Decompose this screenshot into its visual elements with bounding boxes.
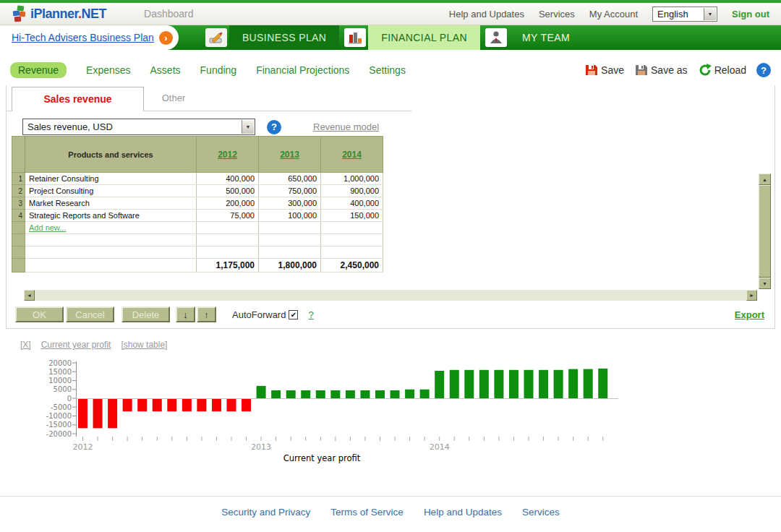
language-select[interactable]: English ▼ [652,7,717,22]
header-link-my-account[interactable]: My Account [589,9,638,20]
autoforward-label: AutoForward [232,309,286,320]
product-name-cell[interactable]: Market Research [25,197,197,210]
tab-my-team-label: MY TEAM [509,25,583,50]
value-cell[interactable]: 75,000 [197,210,259,222]
menu-item-settings[interactable]: Settings [369,64,406,76]
menu-item-revenue[interactable]: Revenue [10,62,67,78]
row-number-cell: 3 [12,197,25,210]
tab-business-plan[interactable]: BUSINESS PLAN [203,25,339,50]
model-help-icon[interactable]: ? [267,120,281,134]
add-new-link[interactable]: Add new... [29,223,66,232]
ok-button[interactable]: OK [15,306,64,322]
header-link-help-and-updates[interactable]: Help and Updates [449,9,524,20]
dashboard-link[interactable]: Dashboard [144,8,194,20]
value-cell[interactable] [197,234,259,246]
chevron-down-icon[interactable]: ▼ [704,8,716,20]
value-cell[interactable] [197,246,259,259]
product-name-cell[interactable]: Project Consulting [25,185,197,197]
move-up-button[interactable]: ↑ [197,306,216,322]
plan-arrow-icon[interactable]: › [159,31,173,45]
product-name-cell[interactable]: Retainer Consulting [25,173,197,185]
chart-title-link[interactable]: Current year profit [41,340,111,350]
value-cell[interactable]: 650,000 [259,173,321,185]
year-link-2014[interactable]: 2014 [342,150,362,160]
scroll-up-icon[interactable]: ▲ [759,173,771,185]
help-icon[interactable]: ? [756,63,771,77]
vertical-scrollbar[interactable]: ▲ ▼ [759,173,771,289]
value-cell[interactable]: 100,000 [259,210,321,222]
chart-bar [390,390,400,398]
export-link[interactable]: Export [735,309,764,320]
scroll-right-icon[interactable]: ► [746,290,757,301]
menu-item-assets[interactable]: Assets [150,64,181,76]
menu-item-funding[interactable]: Funding [200,64,237,76]
move-down-button[interactable]: ↓ [176,306,195,322]
menu-item-financial-projections[interactable]: Financial Projections [256,64,349,76]
footer-link-help-and-updates[interactable]: Help and Updates [424,507,502,518]
tab-financial-plan[interactable]: FINANCIAL PLAN [342,25,480,50]
sign-out-link[interactable]: Sign out [732,9,769,20]
vertical-scroll-thumb[interactable] [759,185,771,278]
product-name-cell[interactable] [25,259,197,273]
iplanner-logo[interactable]: iPlanner.NET [12,5,106,22]
chart-show-table-link[interactable]: [show table] [121,340,167,350]
save-as-button[interactable]: Save as [634,63,688,77]
value-cell[interactable]: 200,000 [197,197,259,210]
autoforward-help-link[interactable]: ? [308,309,313,320]
footer-link-security-and-privacy[interactable]: Security and Privacy [221,507,310,518]
chart-bar [435,371,444,398]
menu-item-expenses[interactable]: Expenses [86,64,130,76]
horizontal-scrollbar[interactable]: ◄ ► [24,290,757,301]
reload-button[interactable]: Reload [698,63,746,77]
chevron-down-icon[interactable]: ▼ [242,120,254,134]
value-cell[interactable] [197,222,259,234]
value-cell[interactable]: 400,000 [197,173,259,185]
value-cell[interactable]: 2,450,000 [321,259,383,273]
tab-my-team[interactable]: MY TEAM [483,25,583,50]
year-link-2013[interactable]: 2013 [280,150,299,160]
cancel-button[interactable]: Cancel [66,306,114,322]
value-cell[interactable]: 900,000 [321,185,383,197]
product-name-cell[interactable] [25,234,197,246]
chart-bar [330,390,340,398]
value-cell[interactable]: 1,175,000 [197,259,259,273]
chart-bar [554,370,563,398]
value-cell[interactable] [321,246,383,259]
chart-bar [123,399,132,411]
value-cell[interactable] [321,234,383,246]
product-name-cell[interactable] [25,246,197,259]
product-name-cell[interactable]: Strategic Reports and Software [25,210,197,222]
plan-name-link[interactable]: Hi-Tech Advisers Business Plan [12,32,154,43]
revenue-model-select[interactable]: Sales revenue, USD ▼ [22,119,255,135]
value-cell[interactable]: 150,000 [321,210,383,222]
chart-bar [464,370,474,398]
footer-link-terms-of-service[interactable]: Terms of Service [330,507,404,518]
tab-sales-revenue[interactable]: Sales revenue [12,87,144,111]
chart-close-link[interactable]: [X] [20,340,31,350]
product-name-cell[interactable]: Add new... [25,222,197,234]
scroll-down-icon[interactable]: ▼ [759,278,771,289]
value-cell[interactable]: 500,000 [197,185,259,197]
autoforward-checkbox[interactable]: ✔ [289,310,298,319]
value-cell[interactable]: 1,000,000 [321,173,383,185]
scroll-left-icon[interactable]: ◄ [24,290,35,301]
header-link-services[interactable]: Services [539,9,575,20]
value-cell[interactable]: 400,000 [321,197,383,210]
value-cell[interactable] [259,222,321,234]
chart-bar [257,386,266,398]
chart-bar [242,399,251,411]
chart-bar [286,390,296,398]
value-cell[interactable]: 1,800,000 [259,259,321,273]
year-link-2012[interactable]: 2012 [218,150,237,160]
value-cell[interactable]: 750,000 [259,185,321,197]
delete-button[interactable]: Delete [121,306,170,322]
value-cell[interactable]: 300,000 [259,197,321,210]
value-cell[interactable] [321,222,383,234]
save-button[interactable]: Save [584,63,624,77]
x-axis-year-label: 2012 [73,442,93,452]
value-cell[interactable] [259,234,321,246]
revenue-model-link[interactable]: Revenue model [313,121,379,132]
tab-other[interactable]: Other [145,87,202,111]
footer-link-services[interactable]: Services [522,507,560,518]
value-cell[interactable] [259,246,321,259]
